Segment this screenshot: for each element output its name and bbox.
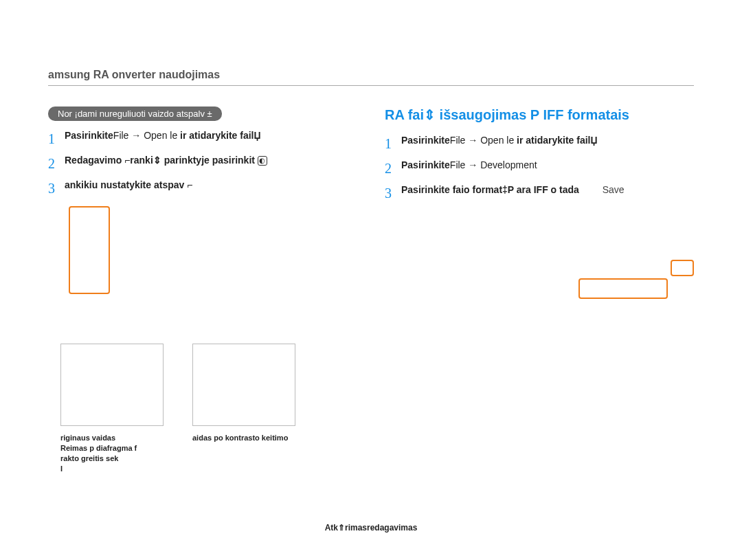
step-text: Pasirinkite (401, 135, 450, 146)
right-step-1: 1 PasirinkiteFile → Open le ir atidaryki… (385, 134, 694, 153)
left-step-1: 1 PasirinkiteFile → Open le ir atidaryki… (48, 129, 357, 148)
highlight-box-right-small (671, 260, 694, 276)
step-text-b: ir atidarykite failЏ (517, 135, 597, 146)
sample-image-original (60, 344, 164, 426)
step-text: Pasirinkite (65, 130, 113, 141)
tone-icon: ◐ (258, 156, 267, 166)
step-number: 1 (385, 134, 401, 153)
page-footer: Atk⇑rimasredagavimas (0, 523, 742, 533)
save-label: Save (603, 184, 625, 195)
right-column: RA fai⇕ išsaugojimas P IFF formatais 1 P… (385, 107, 694, 208)
step-text-b: ir atidarykite failЏ (180, 130, 260, 141)
step-number: 2 (48, 154, 65, 173)
right-step-2: 2 PasirinkiteFile → Development (385, 159, 694, 178)
left-column: Nor ¡dami nureguliuoti vaizdo atspalv ± … (48, 107, 357, 208)
caption-line: rakto greitis sek (60, 454, 118, 462)
caption-line: aidas po kontrasto keitimo (192, 434, 288, 442)
step-text: Pasirinkite (401, 159, 450, 170)
page-header: amsung RA onverter naudojimas (48, 69, 694, 86)
step-number: 3 (385, 183, 401, 203)
left-step-2: 2 Redagavimo ⌐ranki⇕ parinktyje pasirink… (48, 154, 357, 173)
highlight-box-right-big (578, 278, 668, 299)
step-text: Redagavimo ⌐ranki⇕ parinktyje pasirinkit (65, 155, 255, 166)
step-text: ankikiu nustatykite atspav ⌐ (65, 179, 192, 190)
caption-line: Reimas p diafragma f (60, 444, 137, 452)
sample-image-after (192, 344, 295, 426)
section-title: RA fai⇕ išsaugojimas P IFF formatais (385, 107, 694, 123)
caption-after: aidas po kontrasto keitimo (192, 433, 316, 443)
step-text: Pasirinkite faio format‡P ara IFF o tada (401, 184, 579, 195)
step-number: 1 (48, 129, 65, 148)
left-step-3: 3 ankikiu nustatykite atspav ⌐ (48, 179, 357, 198)
caption-line: I (60, 464, 63, 473)
step-text-light: File → Open le (113, 130, 180, 141)
instruction-pill: Nor ¡dami nureguliuoti vaizdo atspalv ± (48, 107, 222, 121)
step-text-light: File → Open le (450, 135, 517, 146)
step-number: 2 (385, 159, 401, 178)
step-text-light: File → Development (450, 159, 537, 170)
caption-line: riginaus vaidas (60, 434, 115, 442)
right-step-3: 3 Pasirinkite faio format‡P ara IFF o ta… (385, 183, 694, 203)
step-number: 3 (48, 179, 65, 198)
highlight-box-left (69, 206, 110, 294)
caption-original: riginaus vaidas Reimas p diafragma f rak… (60, 433, 184, 473)
